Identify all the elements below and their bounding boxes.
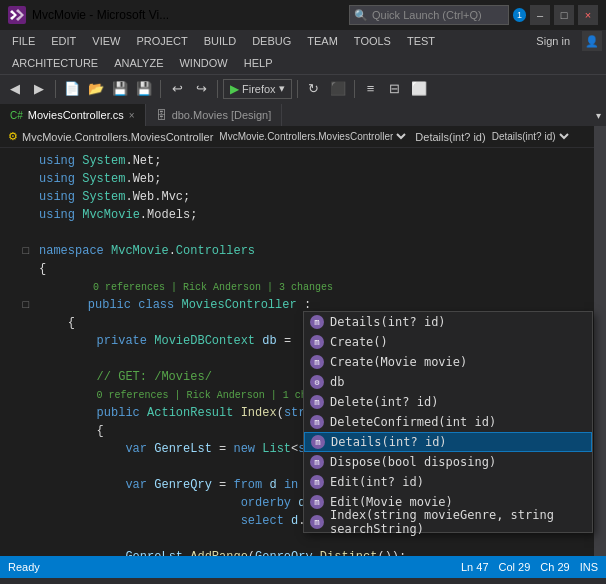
align-left-button[interactable]: ≡ [360,78,382,100]
status-ln: Ln 47 [461,561,489,573]
code-line: using MvcMovie.Models; [39,206,594,224]
redo-button[interactable]: ↪ [190,78,212,100]
refresh-button[interactable]: ↻ [303,78,325,100]
run-arrow-icon: ▶ [230,82,239,96]
code-line: namespace MvcMovie.Controllers [39,242,594,260]
ac-label: Create() [330,335,388,349]
quick-launch-placeholder: Quick Launch (Ctrl+Q) [372,9,482,21]
tab-close-movies-controller[interactable]: × [129,110,135,121]
menu-tools[interactable]: TOOLS [346,33,399,49]
status-right: Ln 47 Col 29 Ch 29 INS [461,561,598,573]
minimize-button[interactable]: – [530,5,550,25]
editor-area: ⚙ MvcMovie.Controllers.MoviesController … [0,126,606,556]
status-ready: Ready [8,561,40,573]
title-bar: MvcMovie - Microsoft Vi... 🔍 Quick Launc… [0,0,606,30]
menu-bar-2: ARCHITECTURE ANALYZE WINDOW HELP [0,52,606,74]
ac-item-details2[interactable]: m Details(int? id) [304,432,592,452]
forward-button[interactable]: ▶ [28,78,50,100]
ac-label: Index(string movieGenre, string searchSt… [330,508,586,536]
new-file-button[interactable]: 📄 [61,78,83,100]
menu-architecture[interactable]: ARCHITECTURE [4,55,106,71]
ac-item-create2[interactable]: m Create(Movie movie) [304,352,592,372]
ac-item-delete1[interactable]: m Delete(int? id) [304,392,592,412]
ac-label: DeleteConfirmed(int id) [330,415,496,429]
breadcrumb-method-dropdown[interactable]: Details(int? id) [488,130,572,143]
ac-label: Delete(int? id) [330,395,438,409]
ac-label: Details(int? id) [330,315,446,329]
breadcrumb-method[interactable]: Details(int? id) [415,131,485,143]
toolbar-sep-3 [217,80,218,98]
ac-item-dispose[interactable]: m Dispose(bool disposing) [304,452,592,472]
menu-edit[interactable]: EDIT [43,33,84,49]
ac-label: Details(int? id) [331,435,447,449]
menu-debug[interactable]: DEBUG [244,33,299,49]
app-title: MvcMovie - Microsoft Vi... [32,8,169,22]
tab-dbo-movies[interactable]: 🗄 dbo.Movies [Design] [146,104,283,126]
account-icon[interactable]: 👤 [582,31,602,51]
sign-in-link[interactable]: Sign in [528,33,578,49]
undo-button[interactable]: ↩ [166,78,188,100]
line-numbers: □ □ [0,148,35,556]
breadcrumb-namespace-dropdown[interactable]: MvcMovie.Controllers.MoviesController [215,130,409,143]
menu-build[interactable]: BUILD [196,33,244,49]
menu-view[interactable]: VIEW [84,33,128,49]
ac-item-db[interactable]: ⚙ db [304,372,592,392]
menu-bar: FILE EDIT VIEW PROJECT BUILD DEBUG TEAM … [0,30,606,52]
tab-movies-controller-label: MoviesController.cs [28,109,124,121]
close-button[interactable]: × [578,5,598,25]
ac-item-create1[interactable]: m Create() [304,332,592,352]
menu-file[interactable]: FILE [4,33,43,49]
save-all-button[interactable]: 💾 [133,78,155,100]
status-ins: INS [580,561,598,573]
stop-button[interactable]: ⬛ [327,78,349,100]
toolbar: ◀ ▶ 📄 📂 💾 💾 ↩ ↪ ▶ Firefox ▾ ↻ ⬛ ≡ ⊟ ⬜ [0,74,606,102]
toolbar-sep-1 [55,80,56,98]
menu-test[interactable]: TEST [399,33,443,49]
code-line: using System.Web; [39,170,594,188]
ac-item-edit1[interactable]: m Edit(int? id) [304,472,592,492]
menu-analyze[interactable]: ANALYZE [106,55,171,71]
tab-overflow-button[interactable]: ▾ [590,104,606,126]
ac-item-deleteconfirmed[interactable]: m DeleteConfirmed(int id) [304,412,592,432]
menu-team[interactable]: TEAM [299,33,346,49]
vs-logo-icon [8,6,26,24]
code-line: GenreLst.AddRange(GenreQry.Distinct()); [39,548,594,556]
status-ch: Ch 29 [540,561,569,573]
toolbar-sep-5 [354,80,355,98]
run-dropdown-icon: ▾ [279,82,285,95]
code-line: using System.Net; [39,152,594,170]
ac-method-icon: m [310,335,324,349]
run-button[interactable]: ▶ Firefox ▾ [223,79,292,99]
ac-method-icon: m [310,355,324,369]
save-button[interactable]: 💾 [109,78,131,100]
tab-movies-controller[interactable]: C# MoviesController.cs × [0,104,146,126]
status-bar: Ready Ln 47 Col 29 Ch 29 INS [0,556,606,578]
menu-window[interactable]: WINDOW [171,55,235,71]
notification-badge[interactable]: 1 [513,8,526,22]
ac-item-details1[interactable]: m Details(int? id) [304,312,592,332]
restore-button[interactable]: □ [554,5,574,25]
ac-label: Edit(Movie movie) [330,495,453,509]
ac-label: db [330,375,344,389]
autocomplete-dropdown[interactable]: m Details(int? id) m Create() m Create(M… [303,311,593,533]
ac-item-index[interactable]: m Index(string movieGenre, string search… [304,512,592,532]
tab-dbo-movies-label: dbo.Movies [Design] [172,109,272,121]
editor-scrollbar[interactable] [594,126,606,556]
breadcrumb-namespace[interactable]: MvcMovie.Controllers.MoviesController [22,131,213,143]
menu-help[interactable]: HELP [236,55,281,71]
open-button[interactable]: 📂 [85,78,107,100]
breadcrumb-class-icon: ⚙ [8,130,18,143]
align-right-button[interactable]: ⊟ [384,78,406,100]
toolbar-sep-4 [297,80,298,98]
back-button[interactable]: ◀ [4,78,26,100]
code-line [39,224,594,242]
cs-file-icon: C# [10,110,23,121]
code-line: { [39,260,594,278]
ac-method-icon: m [310,495,324,509]
code-line: using System.Web.Mvc; [39,188,594,206]
indent-button[interactable]: ⬜ [408,78,430,100]
quick-launch-box[interactable]: 🔍 Quick Launch (Ctrl+Q) [349,5,509,25]
ac-field-icon: ⚙ [310,375,324,389]
menu-project[interactable]: PROJECT [128,33,195,49]
ac-method-icon: m [310,415,324,429]
